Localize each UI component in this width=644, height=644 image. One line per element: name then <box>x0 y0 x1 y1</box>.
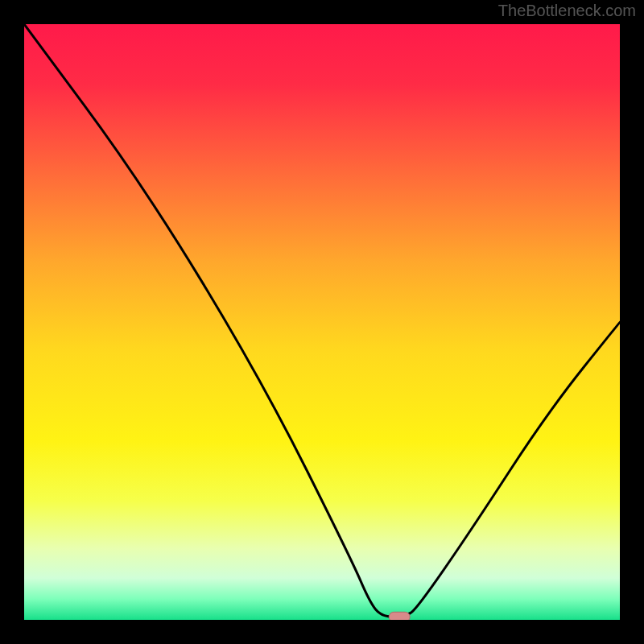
gradient-background <box>24 24 620 620</box>
watermark-text: TheBottleneck.com <box>498 2 636 20</box>
optimal-marker <box>389 612 410 620</box>
chart-frame <box>24 24 620 620</box>
bottleneck-chart <box>24 24 620 620</box>
